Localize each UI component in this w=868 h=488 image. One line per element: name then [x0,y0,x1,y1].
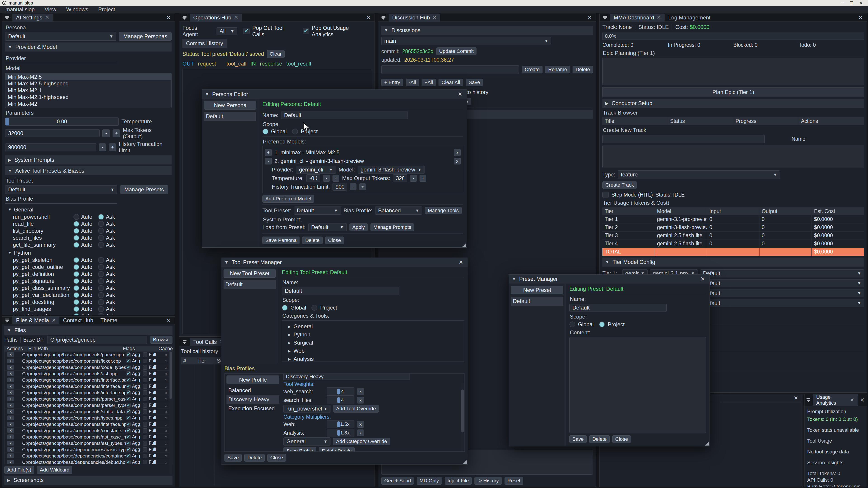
agg-checkbox[interactable] [126,359,131,363]
max-tokens-increment[interactable]: + [113,129,120,137]
close-persona-button[interactable]: Close [325,236,344,244]
save-tool-preset-button[interactable]: Save [224,454,242,462]
ask-radio[interactable] [98,306,104,312]
composer-button[interactable]: Inject File [445,477,472,485]
ask-radio[interactable] [98,292,104,298]
panel-close-icon[interactable]: ✕ [362,14,375,22]
auto-radio[interactable] [73,292,79,298]
update-commit-button[interactable]: Update Commit [436,47,477,55]
files-section-header[interactable]: Files [4,326,173,335]
tab-close-icon[interactable]: ✕ [45,15,49,21]
tool-group-header[interactable]: Python [8,250,172,256]
ask-radio[interactable] [98,214,104,220]
ask-radio[interactable] [98,313,104,315]
auto-radio[interactable] [73,271,79,277]
profile-name-input[interactable]: Discovery-Heavy [283,374,410,380]
new-profile-button[interactable]: New Profile [226,376,279,384]
ask-radio[interactable] [98,235,104,241]
category-override-select[interactable]: General [283,437,331,446]
add-files-button[interactable]: Add File(s) [4,466,34,474]
provider-select[interactable]: minimax [5,63,117,63]
max-tokens-decrement[interactable]: - [102,129,110,137]
max-increment[interactable]: + [420,175,426,182]
pref-temperature-input[interactable]: -0.0 [306,174,320,182]
resize-grip[interactable] [705,442,709,446]
remove-weight-button[interactable]: x [357,388,364,395]
save-profile-button[interactable]: Save Profile [283,447,316,451]
system-prompt-textarea[interactable] [262,233,463,234]
tool-preset-list-item[interactable]: Default [223,280,276,289]
panel-menu-icon[interactable] [600,14,610,22]
history-limit-decrement[interactable]: - [99,143,106,151]
persona-select[interactable]: Default [5,32,116,41]
remove-file-button[interactable]: x [7,434,14,439]
persona-name-input[interactable]: Default [281,111,408,119]
composer-button[interactable]: MD Only [416,477,442,485]
auto-radio[interactable] [73,235,79,241]
popout-tool-calls-checkbox[interactable] [243,28,250,34]
full-checkbox[interactable] [143,390,147,395]
full-checkbox[interactable] [143,435,147,439]
agg-checkbox[interactable] [126,390,131,395]
save-persona-button[interactable]: Save Persona [262,236,300,244]
create-discussion-button[interactable]: Create [522,66,542,73]
tier-preset-select[interactable]: Default [700,289,864,297]
project-radio[interactable] [311,305,317,311]
max-decrement[interactable]: - [410,175,417,182]
agg-checkbox[interactable] [126,454,131,458]
bias-profile-item[interactable]: Balanced [226,386,279,395]
step-mode-checkbox[interactable] [602,192,609,198]
tier-preset-select[interactable]: Default [700,299,864,307]
remove-file-button[interactable]: x [7,441,14,446]
analysis-multiplier-slider[interactable]: 1.3x [327,429,354,437]
history-button[interactable]: +All [422,78,436,86]
discussions-section-header[interactable]: Discussions [381,26,593,35]
auto-radio[interactable] [73,285,79,291]
close-icon[interactable]: ✕ [859,0,863,5]
ask-radio[interactable] [98,285,104,291]
auto-radio[interactable] [73,242,79,248]
temp-decrement[interactable]: - [323,175,330,182]
full-checkbox[interactable] [143,460,147,464]
pref-max-tokens-input[interactable]: 32000 [393,174,407,182]
agg-checkbox[interactable] [126,422,131,427]
maximize-icon[interactable]: ☐ [850,0,853,5]
track-type-select[interactable]: feature [618,170,780,179]
remove-file-button[interactable]: x [7,371,14,376]
global-radio[interactable] [569,322,575,327]
remove-file-button[interactable]: x [7,352,14,357]
temp-increment[interactable]: + [333,175,339,182]
load-preset-select[interactable]: Default [308,223,347,231]
tab-close-icon[interactable]: ✕ [234,15,238,21]
remove-file-button[interactable]: x [7,384,14,389]
full-checkbox[interactable] [143,371,147,376]
ask-radio[interactable] [98,299,104,305]
remove-file-button[interactable]: x [7,365,14,369]
remove-file-button[interactable]: x [7,416,14,420]
agg-checkbox[interactable] [126,378,131,382]
bias-profile-item[interactable]: Discovery-Heavy [226,395,279,404]
tool-preset-select[interactable]: Default [5,185,117,194]
pref-model-select[interactable]: gemini-3-flash-preview [358,166,425,174]
tab-ai-settings[interactable]: AI Settings ✕ [12,14,53,22]
tab-theme[interactable]: Theme [97,317,121,324]
history-limit-input[interactable]: 900000 [5,143,96,151]
full-checkbox[interactable] [143,422,147,427]
menu-item[interactable]: View [44,6,56,13]
persona-tool-preset-select[interactable]: Default [294,206,341,215]
model-option[interactable]: MiniMax-M2.1 [5,87,171,94]
remove-file-button[interactable]: x [7,378,14,382]
composer-button[interactable]: Gen + Send [381,477,414,485]
panel-close-icon[interactable]: ✕ [789,394,802,402]
composer-button[interactable]: -> History [474,477,502,485]
move-down-button[interactable]: - [265,158,272,164]
resize-grip[interactable] [463,459,467,464]
comms-history-tab[interactable]: Comms History [182,39,227,48]
auto-radio[interactable] [73,257,79,263]
auto-radio[interactable] [73,306,79,312]
add-preferred-model-button[interactable]: Add Preferred Model [262,195,314,203]
add-wildcard-button[interactable]: Add Wildcard [37,466,72,474]
auto-radio[interactable] [73,299,79,305]
full-checkbox[interactable] [143,384,147,389]
search-files-weight-slider[interactable]: 4 [327,396,354,404]
